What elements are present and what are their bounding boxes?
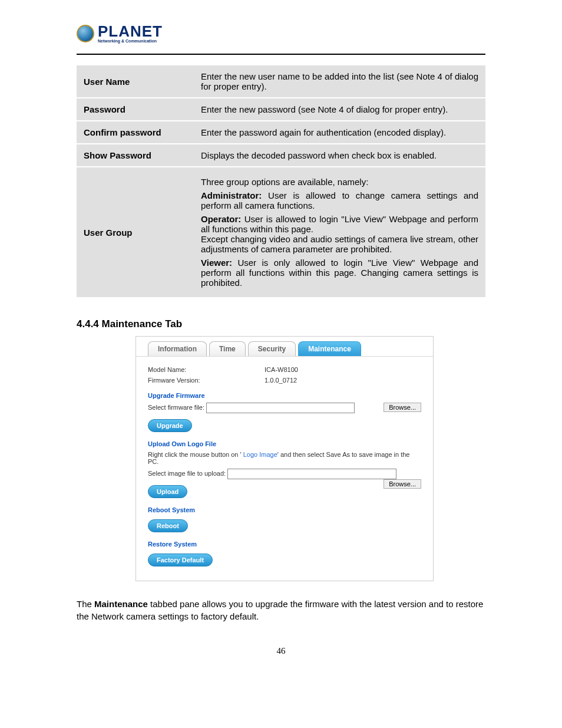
definition-key: Password xyxy=(77,98,194,121)
upgrade-button[interactable]: Upgrade xyxy=(148,419,192,432)
upgrade-firmware-heading: Upgrade Firmware xyxy=(148,392,421,399)
header: PLANET Networking & Communication xyxy=(77,24,485,55)
definition-value: Enter the password again for authenticat… xyxy=(194,121,485,144)
table-row: User GroupThree group options are availa… xyxy=(77,167,485,298)
section-heading: 4.4.4 Maintenance Tab xyxy=(77,318,485,330)
definition-value: Enter the new user name to be added into… xyxy=(194,65,485,98)
maintenance-screenshot: Information Time Security Maintenance Mo… xyxy=(135,336,434,581)
factory-default-button[interactable]: Factory Default xyxy=(148,554,213,566)
firmware-version-value: 1.0.0_0712 xyxy=(265,377,297,384)
page-number: 46 xyxy=(77,646,485,656)
brand-logo: PLANET Networking & Communication xyxy=(77,24,485,43)
tab-security[interactable]: Security xyxy=(248,341,296,356)
definition-value: Displays the decoded password when check… xyxy=(194,144,485,167)
maintenance-caption: The Maintenance tabbed pane allows you t… xyxy=(77,598,485,622)
definition-value: Three group options are available, namel… xyxy=(194,167,485,298)
upload-logo-heading: Upload Own Logo File xyxy=(148,440,421,447)
firmware-browse-button[interactable]: Browse... xyxy=(384,403,421,412)
logo-hint: Right click the mouse button on ' Logo I… xyxy=(148,451,421,465)
model-name-value: ICA-W8100 xyxy=(265,366,298,373)
firmware-file-input[interactable] xyxy=(206,403,355,413)
definition-key: Confirm password xyxy=(77,121,194,144)
image-file-input[interactable] xyxy=(227,469,396,479)
definition-key: Show Password xyxy=(77,144,194,167)
definition-key: User Name xyxy=(77,65,194,98)
firmware-file-label: Select firmware file: xyxy=(148,404,204,411)
image-browse-button[interactable]: Browse... xyxy=(384,479,421,489)
definition-value: Enter the new password (see Note 4 of di… xyxy=(194,98,485,121)
tab-bar: Information Time Security Maintenance xyxy=(136,337,433,357)
restore-system-heading: Restore System xyxy=(148,541,421,548)
logo-image-link[interactable]: Logo Image xyxy=(242,451,277,458)
table-row: User NameEnter the new user name to be a… xyxy=(77,65,485,98)
reboot-button[interactable]: Reboot xyxy=(148,519,188,532)
table-row: PasswordEnter the new password (see Note… xyxy=(77,98,485,121)
model-name-label: Model Name: xyxy=(148,366,263,373)
definition-key: User Group xyxy=(77,167,194,298)
upload-button[interactable]: Upload xyxy=(148,485,187,498)
tab-time[interactable]: Time xyxy=(209,341,246,356)
brand-name: PLANET xyxy=(98,24,163,39)
firmware-version-label: Firmware Version: xyxy=(148,377,263,384)
reboot-system-heading: Reboot System xyxy=(148,506,421,513)
table-row: Confirm passwordEnter the password again… xyxy=(77,121,485,144)
tab-information[interactable]: Information xyxy=(148,341,207,356)
table-row: Show PasswordDisplays the decoded passwo… xyxy=(77,144,485,167)
globe-icon xyxy=(77,25,94,42)
tab-maintenance[interactable]: Maintenance xyxy=(298,341,361,356)
image-file-label: Select image file to upload: xyxy=(148,470,226,477)
definition-table: User NameEnter the new user name to be a… xyxy=(77,65,485,298)
brand-tagline: Networking & Communication xyxy=(98,39,163,43)
